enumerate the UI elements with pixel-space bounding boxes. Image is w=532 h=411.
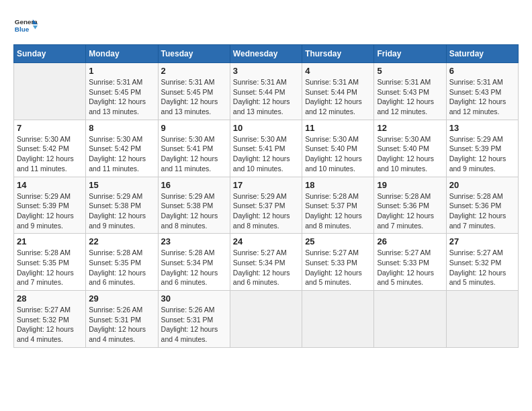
day-number: 29 [89, 293, 154, 304]
day-info: Sunrise: 5:27 AM Sunset: 5:33 PM Dayligh… [305, 248, 371, 287]
calendar-cell: 19Sunrise: 5:28 AM Sunset: 5:36 PM Dayli… [374, 177, 446, 234]
day-number: 28 [17, 293, 83, 304]
calendar-cell: 4Sunrise: 5:31 AM Sunset: 5:44 PM Daylig… [302, 63, 374, 120]
day-info: Sunrise: 5:29 AM Sunset: 5:38 PM Dayligh… [161, 191, 227, 231]
day-info: Sunrise: 5:31 AM Sunset: 5:43 PM Dayligh… [449, 77, 515, 117]
day-info: Sunrise: 5:28 AM Sunset: 5:37 PM Dayligh… [305, 191, 371, 231]
day-number: 25 [305, 236, 371, 246]
day-number: 1 [89, 66, 154, 76]
calendar-week-row: 7Sunrise: 5:30 AM Sunset: 5:42 PM Daylig… [14, 120, 519, 177]
calendar-cell: 16Sunrise: 5:29 AM Sunset: 5:38 PM Dayli… [158, 177, 230, 234]
day-info: Sunrise: 5:29 AM Sunset: 5:37 PM Dayligh… [233, 191, 299, 231]
weekday-header: Monday [86, 45, 158, 63]
day-info: Sunrise: 5:31 AM Sunset: 5:45 PM Dayligh… [89, 77, 154, 117]
calendar-cell: 2Sunrise: 5:31 AM Sunset: 5:45 PM Daylig… [158, 63, 230, 120]
day-info: Sunrise: 5:27 AM Sunset: 5:34 PM Dayligh… [233, 248, 299, 287]
day-number: 15 [89, 180, 154, 190]
calendar-week-row: 14Sunrise: 5:29 AM Sunset: 5:39 PM Dayli… [14, 177, 519, 234]
calendar-cell [302, 291, 374, 348]
calendar-cell: 9Sunrise: 5:30 AM Sunset: 5:41 PM Daylig… [158, 120, 230, 177]
day-info: Sunrise: 5:29 AM Sunset: 5:39 PM Dayligh… [449, 134, 515, 174]
page-header: General Blue [13, 13, 519, 38]
day-info: Sunrise: 5:30 AM Sunset: 5:40 PM Dayligh… [377, 134, 443, 174]
calendar-cell: 11Sunrise: 5:30 AM Sunset: 5:40 PM Dayli… [302, 120, 374, 177]
day-number: 17 [233, 180, 299, 190]
calendar-cell: 17Sunrise: 5:29 AM Sunset: 5:37 PM Dayli… [230, 177, 302, 234]
day-info: Sunrise: 5:27 AM Sunset: 5:32 PM Dayligh… [449, 248, 515, 287]
weekday-row: SundayMondayTuesdayWednesdayThursdayFrid… [14, 45, 519, 63]
calendar-cell: 1Sunrise: 5:31 AM Sunset: 5:45 PM Daylig… [86, 63, 158, 120]
calendar-cell [14, 63, 86, 120]
calendar-cell: 22Sunrise: 5:28 AM Sunset: 5:35 PM Dayli… [86, 234, 158, 291]
day-number: 14 [17, 180, 83, 190]
day-number: 19 [377, 180, 443, 190]
day-info: Sunrise: 5:31 AM Sunset: 5:45 PM Dayligh… [161, 77, 227, 117]
day-number: 18 [305, 180, 371, 190]
calendar-cell: 25Sunrise: 5:27 AM Sunset: 5:33 PM Dayli… [302, 234, 374, 291]
weekday-header: Sunday [14, 45, 86, 63]
day-info: Sunrise: 5:28 AM Sunset: 5:35 PM Dayligh… [89, 248, 154, 287]
day-info: Sunrise: 5:31 AM Sunset: 5:44 PM Dayligh… [233, 77, 299, 117]
calendar-cell [374, 291, 446, 348]
day-number: 12 [377, 123, 443, 133]
calendar-cell: 20Sunrise: 5:28 AM Sunset: 5:36 PM Dayli… [446, 177, 518, 234]
weekday-header: Saturday [446, 45, 518, 63]
svg-marker-3 [33, 26, 38, 29]
calendar-cell: 26Sunrise: 5:27 AM Sunset: 5:33 PM Dayli… [374, 234, 446, 291]
day-number: 30 [161, 293, 227, 304]
day-info: Sunrise: 5:31 AM Sunset: 5:43 PM Dayligh… [377, 77, 443, 117]
calendar-cell: 14Sunrise: 5:29 AM Sunset: 5:39 PM Dayli… [14, 177, 86, 234]
calendar-cell: 21Sunrise: 5:28 AM Sunset: 5:35 PM Dayli… [14, 234, 86, 291]
day-info: Sunrise: 5:26 AM Sunset: 5:31 PM Dayligh… [161, 305, 227, 345]
day-info: Sunrise: 5:28 AM Sunset: 5:36 PM Dayligh… [449, 191, 515, 231]
calendar-cell [230, 291, 302, 348]
day-number: 5 [377, 66, 443, 76]
day-number: 10 [233, 123, 299, 133]
weekday-header: Friday [374, 45, 446, 63]
day-number: 26 [377, 236, 443, 246]
day-number: 21 [17, 236, 83, 246]
calendar-week-row: 28Sunrise: 5:27 AM Sunset: 5:32 PM Dayli… [14, 291, 519, 348]
calendar-cell: 10Sunrise: 5:30 AM Sunset: 5:41 PM Dayli… [230, 120, 302, 177]
calendar-table: SundayMondayTuesdayWednesdayThursdayFrid… [13, 44, 519, 348]
svg-text:Blue: Blue [15, 26, 30, 33]
calendar-cell [446, 291, 518, 348]
calendar-cell: 18Sunrise: 5:28 AM Sunset: 5:37 PM Dayli… [302, 177, 374, 234]
calendar-header: SundayMondayTuesdayWednesdayThursdayFrid… [14, 45, 519, 63]
day-number: 22 [89, 236, 154, 246]
day-number: 23 [161, 236, 227, 246]
calendar-cell: 24Sunrise: 5:27 AM Sunset: 5:34 PM Dayli… [230, 234, 302, 291]
day-info: Sunrise: 5:29 AM Sunset: 5:38 PM Dayligh… [89, 191, 154, 231]
day-number: 24 [233, 236, 299, 246]
day-info: Sunrise: 5:26 AM Sunset: 5:31 PM Dayligh… [89, 305, 154, 345]
calendar-cell: 7Sunrise: 5:30 AM Sunset: 5:42 PM Daylig… [14, 120, 86, 177]
calendar-cell: 3Sunrise: 5:31 AM Sunset: 5:44 PM Daylig… [230, 63, 302, 120]
day-info: Sunrise: 5:27 AM Sunset: 5:33 PM Dayligh… [377, 248, 443, 287]
calendar-week-row: 1Sunrise: 5:31 AM Sunset: 5:45 PM Daylig… [14, 63, 519, 120]
day-number: 8 [89, 123, 154, 133]
calendar-cell: 28Sunrise: 5:27 AM Sunset: 5:32 PM Dayli… [14, 291, 86, 348]
calendar-cell: 6Sunrise: 5:31 AM Sunset: 5:43 PM Daylig… [446, 63, 518, 120]
day-info: Sunrise: 5:30 AM Sunset: 5:41 PM Dayligh… [233, 134, 299, 174]
day-info: Sunrise: 5:30 AM Sunset: 5:42 PM Dayligh… [89, 134, 154, 174]
day-number: 16 [161, 180, 227, 190]
calendar-cell: 27Sunrise: 5:27 AM Sunset: 5:32 PM Dayli… [446, 234, 518, 291]
calendar-cell: 30Sunrise: 5:26 AM Sunset: 5:31 PM Dayli… [158, 291, 230, 348]
logo-icon: General Blue [13, 13, 38, 38]
day-number: 4 [305, 66, 371, 76]
day-info: Sunrise: 5:27 AM Sunset: 5:32 PM Dayligh… [17, 305, 83, 345]
calendar-cell: 8Sunrise: 5:30 AM Sunset: 5:42 PM Daylig… [86, 120, 158, 177]
calendar-cell: 29Sunrise: 5:26 AM Sunset: 5:31 PM Dayli… [86, 291, 158, 348]
day-number: 20 [449, 180, 515, 190]
calendar-cell: 23Sunrise: 5:28 AM Sunset: 5:34 PM Dayli… [158, 234, 230, 291]
day-number: 7 [17, 123, 83, 133]
calendar-body: 1Sunrise: 5:31 AM Sunset: 5:45 PM Daylig… [14, 63, 519, 348]
day-number: 11 [305, 123, 371, 133]
day-info: Sunrise: 5:31 AM Sunset: 5:44 PM Dayligh… [305, 77, 371, 117]
day-info: Sunrise: 5:30 AM Sunset: 5:40 PM Dayligh… [305, 134, 371, 174]
calendar-cell: 15Sunrise: 5:29 AM Sunset: 5:38 PM Dayli… [86, 177, 158, 234]
logo: General Blue [13, 13, 38, 38]
calendar-cell: 5Sunrise: 5:31 AM Sunset: 5:43 PM Daylig… [374, 63, 446, 120]
day-number: 2 [161, 66, 227, 76]
day-number: 6 [449, 66, 515, 76]
